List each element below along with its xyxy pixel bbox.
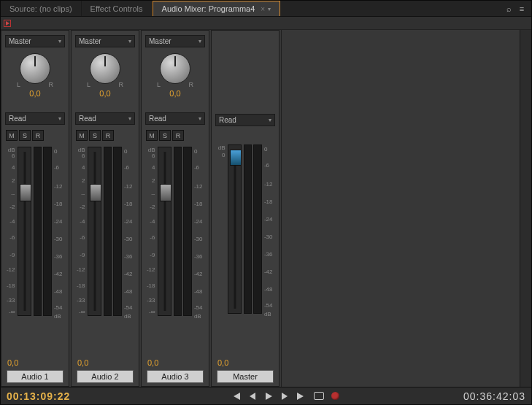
db-scale-meter: 0-6-12-18-24-30-36-42-48-54dB <box>123 147 134 357</box>
solo-button[interactable]: S <box>89 130 101 141</box>
pan-control: LR 0,0 <box>74 53 136 98</box>
close-icon[interactable]: × <box>261 5 265 13</box>
transport-buttons <box>231 392 339 401</box>
play-button[interactable] <box>264 392 273 401</box>
tab-label: Effect Controls <box>90 4 143 13</box>
dropdown-label: Read <box>149 115 166 123</box>
output-dropdown[interactable]: Master▾ <box>75 35 135 47</box>
fader-value[interactable]: 0,0 <box>77 358 136 367</box>
panel-search-icon[interactable]: ⌕ <box>504 4 514 14</box>
chevron-down-icon: ▾ <box>128 38 131 45</box>
output-dropdown[interactable]: Master▾ <box>5 35 65 47</box>
output-dropdown[interactable]: Master▾ <box>145 35 205 47</box>
pan-left-label: L <box>87 81 90 88</box>
tab-source[interactable]: Source: (no clips) <box>1 1 82 16</box>
pan-right-label: R <box>49 81 54 88</box>
fader-handle[interactable] <box>90 184 101 201</box>
pan-knob[interactable] <box>160 53 190 84</box>
dropdown-label: Read <box>9 115 26 123</box>
panel-menu-icon[interactable]: ≡ <box>517 4 527 14</box>
mixer-toolbar <box>1 17 531 30</box>
db-scale-fader: dB642---2-4-6-9-12-18-33-∞ <box>6 147 16 357</box>
db-scale-fader: dB0 <box>216 144 226 357</box>
mute-button[interactable]: M <box>146 130 158 141</box>
record-enable-button[interactable]: R <box>102 130 114 141</box>
pan-left-label: L <box>17 81 20 88</box>
fader-value[interactable]: 0,0 <box>147 358 206 367</box>
fader-handle[interactable] <box>160 184 171 201</box>
mute-button[interactable]: M <box>76 130 88 141</box>
level-meter-left <box>244 144 252 314</box>
timecode-current[interactable]: 00:13:09:22 <box>7 390 70 402</box>
chevron-down-icon[interactable]: ▾ <box>268 6 271 12</box>
record-button[interactable] <box>331 392 339 400</box>
chevron-down-icon: ▾ <box>269 117 271 123</box>
mixer-body: Master▾ LR 0,0 Read▾ M S R dB642---2-4-6… <box>1 30 531 387</box>
fader-slot[interactable] <box>18 147 31 316</box>
tab-effect-controls[interactable]: Effect Controls <box>82 1 153 16</box>
go-to-in-button[interactable] <box>231 392 241 401</box>
automation-dropdown[interactable]: Read▾ <box>215 114 275 126</box>
track-name-field[interactable]: Audio 3 <box>147 370 204 383</box>
pan-value[interactable]: 0,0 <box>169 89 180 98</box>
fader-area: dB642---2-4-6-9-12-18-33-∞ 0-6-12-18-24-… <box>144 145 206 357</box>
chevron-down-icon: ▾ <box>198 38 201 45</box>
db-scale-meter: 0-6-12-18-24-30-36-42-48-54dB <box>193 147 204 357</box>
solo-button[interactable]: S <box>19 130 31 141</box>
tab-audio-mixer[interactable]: Audio Mixer: Programma4 × ▾ <box>153 1 281 16</box>
track-name-field[interactable]: Audio 1 <box>7 370 63 383</box>
chevron-down-icon: ▾ <box>128 115 131 122</box>
fader-slot[interactable] <box>158 147 171 316</box>
step-back-button[interactable] <box>248 392 257 401</box>
track-name-field[interactable]: Master <box>217 370 274 383</box>
tracks-container: Master▾ LR 0,0 Read▾ M S R dB642---2-4-6… <box>1 30 281 387</box>
chevron-down-icon: ▾ <box>58 38 61 45</box>
automation-dropdown[interactable]: Read▾ <box>145 112 205 125</box>
level-meter-right <box>113 147 122 316</box>
level-meter-right <box>43 147 52 316</box>
db-scale-fader: dB642---2-4-6-9-12-18-33-∞ <box>146 147 156 357</box>
pan-right-label: R <box>189 81 194 88</box>
fader-handle[interactable] <box>20 184 31 201</box>
chevron-down-icon: ▾ <box>198 115 201 122</box>
audio-mixer-panel: Source: (no clips) Effect Controls Audio… <box>0 0 532 405</box>
fader-handle[interactable] <box>230 150 242 166</box>
level-meter-right <box>253 144 262 314</box>
pan-control: LR 0,0 <box>4 53 66 98</box>
pan-knob[interactable] <box>20 53 50 84</box>
fader-value[interactable]: 0,0 <box>7 358 66 367</box>
dropdown-label: Master <box>9 37 31 45</box>
solo-button[interactable]: S <box>159 130 171 141</box>
track-name-field[interactable]: Audio 2 <box>77 370 134 383</box>
fader-area: dB642---2-4-6-9-12-18-33-∞ 0-6-12-18-24-… <box>74 145 136 357</box>
step-forward-button[interactable] <box>280 392 289 401</box>
mixer-empty-area <box>281 30 531 387</box>
automation-dropdown[interactable]: Read▾ <box>75 112 135 125</box>
level-meter-left <box>34 147 42 316</box>
pan-value[interactable]: 0,0 <box>99 89 110 98</box>
track-audio: Master▾ LR 0,0 Read▾ M S R dB642---2-4-6… <box>1 30 69 387</box>
show-sends-toggle[interactable] <box>4 20 11 27</box>
pan-value[interactable]: 0,0 <box>29 89 40 98</box>
mute-button[interactable]: M <box>6 130 18 141</box>
dropdown-label: Read <box>219 116 236 124</box>
fader-slot[interactable] <box>88 147 101 316</box>
timecode-duration[interactable]: 00:36:42:03 <box>463 390 525 402</box>
pan-knob[interactable] <box>90 53 120 84</box>
record-enable-button[interactable]: R <box>32 130 44 141</box>
tab-label: Audio Mixer: Programma4 <box>162 4 255 13</box>
level-meter-left <box>104 147 112 316</box>
fader-value[interactable]: 0,0 <box>217 358 276 367</box>
fader-slot[interactable] <box>228 144 241 314</box>
vertical-scrollbar[interactable] <box>520 30 531 387</box>
loop-button[interactable] <box>314 392 324 400</box>
fader-area: dB0 0-6-12-18-24-30-36-42-48-54dB <box>215 143 276 357</box>
db-scale-meter: 0-6-12-18-24-30-36-42-48-54dB <box>263 144 274 357</box>
track-audio: Master▾ LR 0,0 Read▾ M S R dB642---2-4-6… <box>71 30 139 387</box>
level-meter-left <box>174 147 182 316</box>
record-enable-button[interactable]: R <box>172 130 184 141</box>
pan-control: LR 0,0 <box>144 53 206 98</box>
automation-dropdown[interactable]: Read▾ <box>5 112 65 125</box>
go-to-out-button[interactable] <box>296 392 307 401</box>
transport-bar: 00:13:09:22 00:36:42:03 <box>1 387 531 404</box>
